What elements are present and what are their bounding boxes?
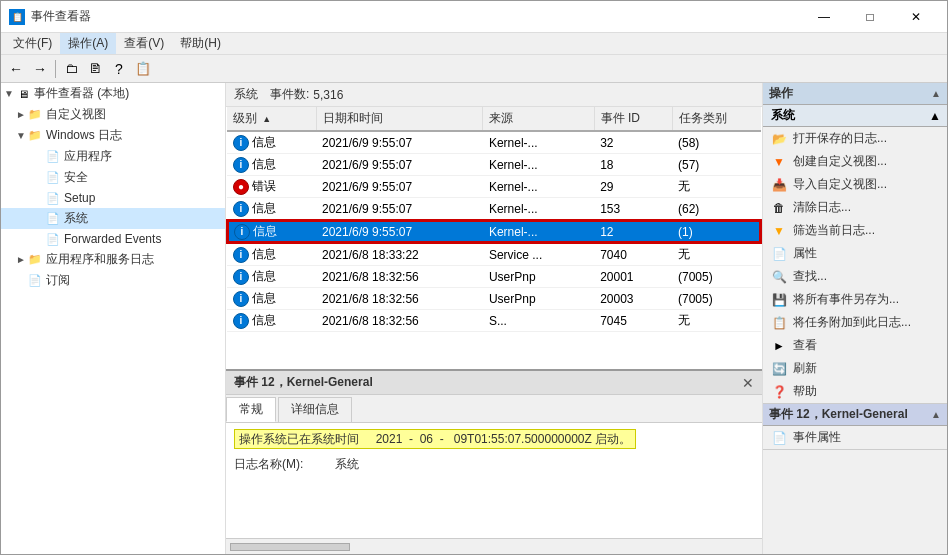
- cell-datetime: 2021/6/9 9:55:07: [316, 176, 483, 198]
- col-source[interactable]: 来源: [483, 107, 594, 131]
- toolbar-separator-1: [55, 60, 56, 78]
- help-toolbar-button[interactable]: ?: [108, 58, 130, 80]
- col-level[interactable]: 级别 ▲: [227, 107, 316, 131]
- app-service-icon: 📁: [27, 252, 43, 268]
- table-row[interactable]: i信息2021/6/9 9:55:07Kernel-...12(1): [227, 220, 761, 243]
- events-data-table: 级别 ▲ 日期和时间 来源 事件 ID 任务类别 i信息2021/6/9 9:5…: [226, 107, 762, 332]
- table-row[interactable]: i信息2021/6/8 18:33:22Service ...7040无: [227, 243, 761, 266]
- detail-title-bar: 事件 12，Kernel-General ✕: [226, 371, 762, 395]
- action-view[interactable]: ► 查看: [763, 334, 947, 357]
- cell-task: 无: [672, 176, 761, 198]
- detail-close-button[interactable]: ✕: [742, 375, 754, 391]
- clear-log-icon: 🗑: [771, 200, 787, 216]
- table-row[interactable]: i信息2021/6/8 18:32:56S...7045无: [227, 310, 761, 332]
- action-create-custom[interactable]: ▼ 创建自定义视图...: [763, 150, 947, 173]
- action-event-properties[interactable]: 📄 事件属性: [763, 426, 947, 449]
- cell-datetime: 2021/6/9 9:55:07: [316, 131, 483, 154]
- level-icon: i: [233, 291, 249, 307]
- sidebar-item-custom[interactable]: ► 📁 自定义视图: [1, 104, 225, 125]
- action-import-custom[interactable]: 📥 导入自定义视图...: [763, 173, 947, 196]
- cell-level: i信息: [227, 310, 316, 332]
- cell-task: (7005): [672, 288, 761, 310]
- tab-details[interactable]: 详细信息: [278, 397, 352, 422]
- action-help-label: 帮助: [793, 383, 817, 400]
- minimize-button[interactable]: —: [801, 1, 847, 33]
- event-properties-icon: 📄: [771, 430, 787, 446]
- cell-event-id: 20003: [594, 288, 672, 310]
- events-title: 系统: [234, 86, 258, 103]
- cell-level: i信息: [227, 220, 316, 243]
- main-window: 📋 事件查看器 — □ ✕ 文件(F) 操作(A) 查看(V) 帮助(H) ← …: [0, 0, 948, 555]
- action-attach-task[interactable]: 📋 将任务附加到此日志...: [763, 311, 947, 334]
- menu-bar: 文件(F) 操作(A) 查看(V) 帮助(H): [1, 33, 947, 55]
- new-button[interactable]: 🖹: [84, 58, 106, 80]
- table-row[interactable]: i信息2021/6/9 9:55:07Kernel-...32(58): [227, 131, 761, 154]
- table-row[interactable]: i信息2021/6/8 18:32:56UserPnp20001(7005): [227, 266, 761, 288]
- expand-app-service[interactable]: ►: [15, 254, 27, 265]
- menu-action[interactable]: 操作(A): [60, 33, 116, 54]
- tab-general[interactable]: 常规: [226, 397, 276, 422]
- sidebar-item-subscriptions[interactable]: 📄 订阅: [1, 270, 225, 291]
- event-button[interactable]: 📋: [132, 58, 154, 80]
- security-label: 安全: [64, 169, 88, 186]
- sidebar-item-security[interactable]: 📄 安全: [1, 167, 225, 188]
- action-find[interactable]: 🔍 查找...: [763, 265, 947, 288]
- table-row[interactable]: i信息2021/6/8 18:32:56UserPnp20003(7005): [227, 288, 761, 310]
- action-find-label: 查找...: [793, 268, 827, 285]
- action-save-all[interactable]: 💾 将所有事件另存为...: [763, 288, 947, 311]
- expand-windows-log[interactable]: ▼: [15, 130, 27, 141]
- expand-root[interactable]: ▼: [3, 88, 15, 99]
- scroll-thumb[interactable]: [230, 543, 350, 551]
- detail-content: 操作系统已在系统时间 2021 - 06 - 09T01:55:07.50000…: [226, 423, 762, 538]
- action-refresh[interactable]: 🔄 刷新: [763, 357, 947, 380]
- actions-header-event[interactable]: 事件 12，Kernel-General ▲: [763, 404, 947, 426]
- menu-view[interactable]: 查看(V): [116, 33, 172, 54]
- sidebar-item-app[interactable]: 📄 应用程序: [1, 146, 225, 167]
- cell-event-id: 18: [594, 154, 672, 176]
- windows-log-label: Windows 日志: [46, 127, 122, 144]
- col-datetime[interactable]: 日期和时间: [316, 107, 483, 131]
- table-row[interactable]: i信息2021/6/9 9:55:07Kernel-...153(62): [227, 198, 761, 221]
- action-open-saved[interactable]: 📂 打开保存的日志...: [763, 127, 947, 150]
- maximize-button[interactable]: □: [847, 1, 893, 33]
- col-eventid[interactable]: 事件 ID: [594, 107, 672, 131]
- system-label: 系统: [64, 210, 88, 227]
- sidebar-item-setup[interactable]: 📄 Setup: [1, 188, 225, 208]
- actions-header-system[interactable]: 操作 ▲: [763, 83, 947, 105]
- find-icon: 🔍: [771, 269, 787, 285]
- cell-source: UserPnp: [483, 288, 594, 310]
- cell-datetime: 2021/6/8 18:32:56: [316, 288, 483, 310]
- events-count-label: 事件数:: [270, 86, 309, 103]
- cell-source: Kernel-...: [483, 154, 594, 176]
- cell-level: i信息: [227, 266, 316, 288]
- back-button[interactable]: ←: [5, 58, 27, 80]
- cell-level: i信息: [227, 288, 316, 310]
- menu-file[interactable]: 文件(F): [5, 33, 60, 54]
- subscriptions-icon: 📄: [27, 273, 43, 289]
- app-log-icon: 📄: [45, 149, 61, 165]
- forward-button[interactable]: →: [29, 58, 51, 80]
- table-row[interactable]: i信息2021/6/9 9:55:07Kernel-...18(57): [227, 154, 761, 176]
- action-refresh-label: 刷新: [793, 360, 817, 377]
- sidebar-item-system[interactable]: 📄 系统: [1, 208, 225, 229]
- sidebar-item-app-service[interactable]: ► 📁 应用程序和服务日志: [1, 249, 225, 270]
- action-help[interactable]: ❓ 帮助: [763, 380, 947, 403]
- action-clear-log[interactable]: 🗑 清除日志...: [763, 196, 947, 219]
- action-clear-log-label: 清除日志...: [793, 199, 851, 216]
- open-button[interactable]: 🗀: [60, 58, 82, 80]
- action-properties[interactable]: 📄 属性: [763, 242, 947, 265]
- sidebar-item-windows-log[interactable]: ▼ 📁 Windows 日志: [1, 125, 225, 146]
- cell-level: i信息: [227, 198, 316, 221]
- center-panel: 系统 事件数: 5,316 级别 ▲ 日期和时间 来源 事件 ID: [226, 83, 762, 554]
- sidebar-item-root[interactable]: ▼ 🖥 事件查看器 (本地): [1, 83, 225, 104]
- col-task[interactable]: 任务类别: [672, 107, 761, 131]
- menu-help[interactable]: 帮助(H): [172, 33, 229, 54]
- cell-event-id: 20001: [594, 266, 672, 288]
- expand-custom[interactable]: ►: [15, 109, 27, 120]
- sidebar-item-forwarded[interactable]: 📄 Forwarded Events: [1, 229, 225, 249]
- cell-source: Kernel-...: [483, 176, 594, 198]
- table-row[interactable]: ●错误2021/6/9 9:55:07Kernel-...29无: [227, 176, 761, 198]
- action-filter[interactable]: ▼ 筛选当前日志...: [763, 219, 947, 242]
- app-label: 应用程序: [64, 148, 112, 165]
- close-button[interactable]: ✕: [893, 1, 939, 33]
